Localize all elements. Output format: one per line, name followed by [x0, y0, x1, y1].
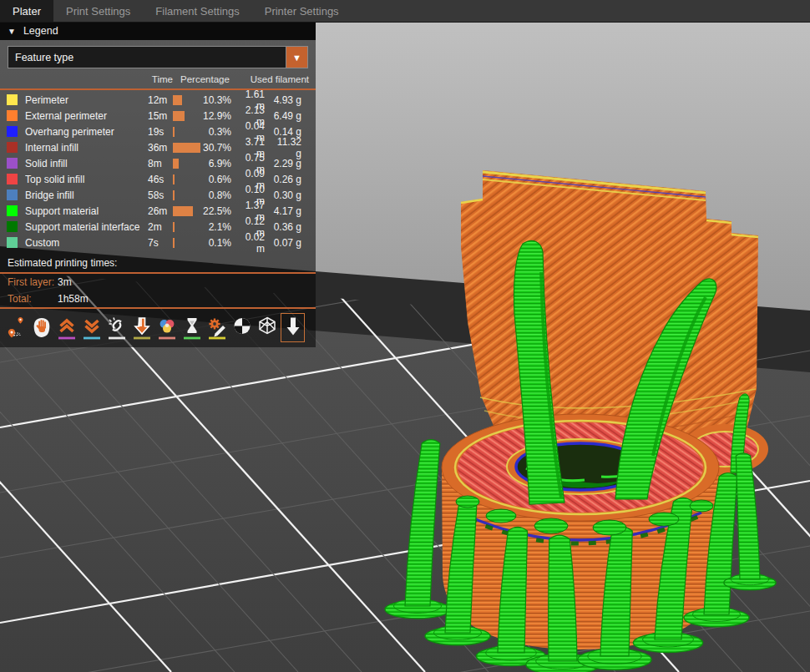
feature-color-swatch: [7, 189, 18, 200]
feature-name: Support material: [25, 205, 142, 217]
percentage-bar: [173, 190, 203, 200]
feature-name: Perimeter: [25, 94, 142, 106]
percentage-bar: [173, 206, 203, 216]
feature-color-swatch: [7, 221, 18, 232]
total-value: 1h58m: [58, 293, 89, 305]
legend-row: Internal infill36m30.7%3.71 m11.32 g: [0, 139, 316, 155]
column-used-filament: Used filament: [232, 74, 309, 84]
column-percentage: Percentage: [173, 74, 232, 84]
percentage-bar: [173, 238, 203, 248]
first-layer-row: First layer: 3m: [0, 274, 316, 291]
feature-time: 19s: [148, 126, 173, 138]
feature-name: Custom: [25, 237, 142, 249]
feature-color-swatch: [7, 174, 18, 184]
feature-time: 58s: [148, 189, 173, 201]
legend-row: Solid infill8m6.9%0.75 m2.29 g: [0, 155, 316, 171]
feature-time: 12m: [148, 94, 173, 106]
legend-row: Overhang perimeter19s0.3%0.04 m0.14 g: [0, 124, 316, 139]
percentage-bar: [173, 95, 203, 105]
feature-time: 7s: [148, 237, 173, 249]
feature-percentage: 6.9%: [203, 158, 231, 169]
feature-time: 15m: [148, 110, 173, 122]
feature-name: Support material interface: [25, 221, 142, 233]
feature-weight: 11.32 g: [271, 136, 301, 159]
legend-row: Bridge infill58s0.8%0.10 m0.30 g: [0, 187, 316, 203]
legend-row: Support material26m22.5%1.37 m4.17 g: [0, 203, 316, 219]
column-time: Time: [0, 74, 173, 84]
percentage-bar: [173, 111, 203, 121]
feature-name: External perimeter: [25, 110, 142, 122]
feature-name: Bridge infill: [25, 189, 142, 201]
wipe-icon[interactable]: [30, 314, 53, 341]
total-time-row: Total: 1h58m: [0, 291, 316, 307]
feature-length: 0.02 m: [238, 231, 265, 255]
feature-percentage: 30.7%: [203, 142, 231, 154]
tab-plater[interactable]: Plater: [0, 0, 53, 22]
legend-header[interactable]: ▼ Legend: [0, 22, 316, 40]
feature-color-swatch: [7, 158, 18, 169]
feature-weight: 2.29 g: [271, 158, 301, 169]
feature-color-swatch: [7, 126, 18, 137]
feature-percentage: 2.1%: [203, 221, 231, 233]
feature-name: Solid infill: [25, 158, 142, 169]
feature-percentage: 0.3%: [203, 126, 231, 138]
dropdown-arrow-icon[interactable]: ▼: [286, 47, 307, 68]
preview-toolbar: [0, 309, 316, 346]
seams-icon[interactable]: [105, 314, 128, 341]
feature-weight: 6.49 g: [271, 110, 301, 122]
percentage-bar: [173, 143, 203, 153]
tab-printer-settings[interactable]: Printer Settings: [252, 0, 352, 22]
tool-changes-icon[interactable]: [130, 314, 153, 341]
feature-percentage: 10.3%: [203, 94, 231, 106]
feature-color-swatch: [7, 110, 18, 121]
view-mode-value: Feature type: [8, 52, 286, 63]
feature-time: 8m: [148, 158, 173, 169]
feature-percentage: 0.6%: [203, 174, 231, 185]
deretractions-icon[interactable]: [55, 314, 78, 341]
feature-weight: 0.36 g: [271, 221, 301, 233]
tab-print-settings[interactable]: Print Settings: [53, 0, 143, 22]
feature-time: 2m: [148, 221, 173, 233]
tab-filament-settings[interactable]: Filament Settings: [143, 0, 251, 22]
view-mode-dropdown[interactable]: Feature type ▼: [8, 46, 308, 68]
top-tab-bar: PlaterPrint SettingsFilament SettingsPri…: [0, 0, 810, 23]
feature-weight: 0.30 g: [271, 189, 301, 201]
feature-name: Overhang perimeter: [25, 126, 142, 138]
shells-icon[interactable]: [230, 314, 253, 341]
feature-color-swatch: [7, 142, 18, 153]
color-changes-icon[interactable]: [155, 314, 178, 341]
legend-row: Perimeter12m10.3%1.61 m4.93 g: [0, 92, 316, 108]
feature-weight: 0.07 g: [271, 237, 301, 249]
legend-column-headers: Time Percentage Used filament: [0, 72, 316, 88]
feature-time: 36m: [148, 142, 173, 154]
total-label: Total:: [8, 293, 58, 305]
feature-time: 46s: [148, 174, 173, 185]
feature-weight: 4.93 g: [271, 94, 301, 106]
legend-title: Legend: [23, 25, 58, 37]
feature-color-swatch: [7, 205, 18, 216]
collapse-triangle-icon[interactable]: ▼: [8, 27, 16, 36]
feature-percentage: 22.5%: [203, 205, 231, 217]
legend-rows: Perimeter12m10.3%1.61 m4.93 gExternal pe…: [0, 88, 316, 250]
percentage-bar: [173, 159, 203, 169]
percentage-bar: [173, 222, 203, 232]
first-layer-value: 3m: [58, 276, 72, 288]
feature-name: Internal infill: [25, 142, 142, 154]
feature-percentage: 0.1%: [203, 237, 231, 249]
percentage-bar: [173, 174, 203, 184]
pause-prints-icon[interactable]: [180, 314, 203, 341]
legend-row: External perimeter15m12.9%2.13 m6.49 g: [0, 108, 316, 124]
legend-row: Top solid infill46s0.6%0.09 m0.26 g: [0, 171, 316, 187]
custom-gcode-icon[interactable]: [205, 314, 228, 341]
3d-preview-viewport[interactable]: ▼ Legend Feature type ▼ Time Percentage …: [0, 22, 810, 672]
first-layer-label: First layer:: [8, 276, 58, 288]
retractions-icon[interactable]: [80, 314, 103, 341]
tool-marker-icon[interactable]: [281, 313, 305, 342]
feature-name: Top solid infill: [25, 174, 142, 185]
estimated-times-heading: Estimated printing times:: [0, 250, 316, 272]
feature-color-swatch: [7, 94, 18, 105]
feature-percentage: 0.8%: [203, 189, 231, 201]
box-icon[interactable]: [256, 314, 278, 341]
travels-icon[interactable]: [5, 314, 28, 341]
slicer-window: PlaterPrint SettingsFilament SettingsPri…: [0, 0, 810, 672]
